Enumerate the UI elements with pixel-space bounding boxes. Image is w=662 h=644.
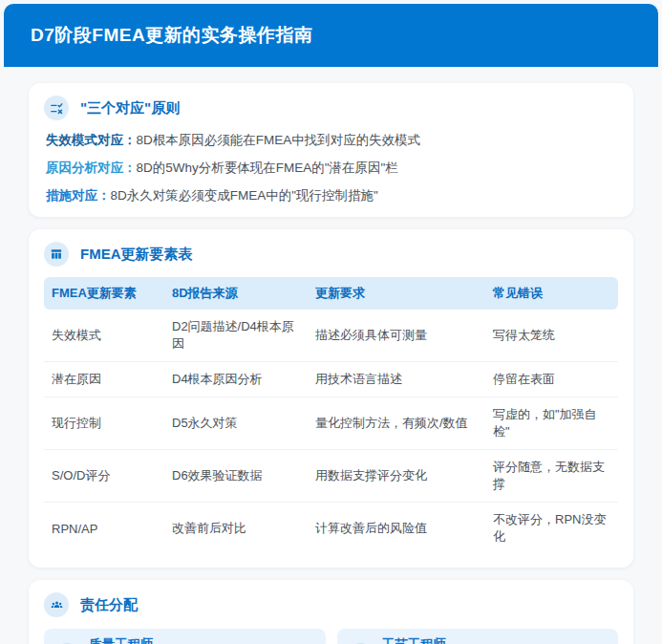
table-cell: 量化控制方法，有频次/数值	[308, 397, 485, 450]
principles-header: "三个对应"原则	[44, 96, 618, 120]
role-card-text: 工艺工程师 更新技术措施，确认可行性	[382, 636, 525, 644]
column-header: 更新要求	[308, 277, 485, 310]
role-card-text: 质量工程师 牵头，确保8D成果准确传递	[89, 636, 235, 644]
principle-label: 措施对应：	[46, 188, 111, 203]
role-card-process-engineer: 工艺工程师 更新技术措施，确认可行性	[337, 629, 619, 644]
responsibilities-title: 责任分配	[80, 596, 138, 614]
fmea-update-table: FMEA更新要素 8D报告来源 更新要求 常见错误 失效模式 D2问题描述/D4…	[44, 277, 618, 554]
people-group-icon	[44, 592, 69, 617]
responsibilities-header: 责任分配	[44, 592, 618, 617]
table-row: 失效模式 D2问题描述/D4根本原因 描述必须具体可测量 写得太笼统	[44, 310, 618, 362]
table-cell: 潜在原因	[44, 362, 164, 397]
column-header: 8D报告来源	[164, 277, 308, 310]
page-title: D7阶段FMEA更新的实务操作指南	[31, 23, 313, 48]
main-content: "三个对应"原则 失效模式对应：8D根本原因必须能在FMEA中找到对应的失效模式…	[0, 67, 662, 644]
table-row: S/O/D评分 D6效果验证数据 用数据支撑评分变化 评分随意，无数据支撑	[44, 450, 618, 503]
table-cell: 写得太笼统	[485, 310, 618, 362]
table-row: 潜在原因 D4根本原因分析 用技术语言描述 停留在表面	[44, 362, 618, 397]
table-cell: D5永久对策	[164, 397, 308, 450]
table-cell: 评分随意，无数据支撑	[485, 450, 618, 503]
principle-text: 8D的5Why分析要体现在FMEA的"潜在原因"栏	[137, 161, 398, 175]
table-cell: 用数据支撑评分变化	[308, 450, 485, 503]
role-title: 质量工程师	[89, 636, 235, 644]
column-header: 常见错误	[485, 277, 618, 310]
principle-measures: 措施对应：8D永久对策必须变成FMEA中的"现行控制措施"	[46, 188, 618, 204]
table-cell: RPN/AP	[44, 503, 164, 555]
table-cell: D2问题描述/D4根本原因	[164, 310, 308, 362]
principles-card: "三个对应"原则 失效模式对应：8D根本原因必须能在FMEA中找到对应的失效模式…	[29, 83, 633, 217]
table-cell: 不改评分，RPN没变化	[485, 503, 618, 555]
table-cell: 写虚的，如"加强自检"	[485, 397, 618, 450]
table-cell: 失效模式	[44, 310, 164, 362]
table-columns-icon	[44, 242, 69, 267]
column-header: FMEA更新要素	[44, 277, 164, 310]
table-cell: 停留在表面	[485, 362, 618, 397]
role-grid: 质量工程师 牵头，确保8D成果准确传递	[44, 629, 618, 644]
fmea-table-title: FMEA更新要素表	[80, 246, 193, 264]
principle-label: 失效模式对应：	[46, 133, 137, 147]
table-cell: 描述必须具体可测量	[308, 310, 485, 362]
table-row: RPN/AP 改善前后对比 计算改善后的风险值 不改评分，RPN没变化	[44, 503, 618, 555]
table-cell: 改善前后对比	[164, 503, 308, 555]
fmea-table-card: FMEA更新要素表 FMEA更新要素 8D报告来源 更新要求 常见错误 失效模式…	[29, 229, 633, 568]
principle-failure-mode: 失效模式对应：8D根本原因必须能在FMEA中找到对应的失效模式	[46, 133, 618, 148]
table-cell: D4根本原因分析	[164, 362, 308, 397]
table-header-row: FMEA更新要素 8D报告来源 更新要求 常见错误	[44, 277, 618, 310]
page: D7阶段FMEA更新的实务操作指南 "三个对应"原则 失效模式对应：8D根本原因…	[0, 4, 662, 644]
table-cell: 现行控制	[44, 397, 164, 450]
table-row: 现行控制 D5永久对策 量化控制方法，有频次/数值 写虚的，如"加强自检"	[44, 397, 618, 450]
table-cell: 用技术语言描述	[308, 362, 485, 397]
principle-label: 原因分析对应：	[46, 161, 137, 175]
table-cell: 计算改善后的风险值	[308, 503, 485, 555]
rule-check-icon	[44, 96, 69, 120]
page-header: D7阶段FMEA更新的实务操作指南	[4, 4, 658, 67]
role-card-quality-engineer: 质量工程师 牵头，确保8D成果准确传递	[44, 629, 326, 644]
table-cell: S/O/D评分	[44, 450, 164, 503]
principles-title: "三个对应"原则	[80, 99, 180, 118]
principle-text: 8D永久对策必须变成FMEA中的"现行控制措施"	[111, 188, 378, 203]
principle-cause-analysis: 原因分析对应：8D的5Why分析要体现在FMEA的"潜在原因"栏	[46, 161, 618, 176]
responsibilities-card: 责任分配 质量工程师 牵头，确保8D成果准确传递	[29, 580, 633, 644]
table-cell: D6效果验证数据	[164, 450, 308, 503]
principle-text: 8D根本原因必须能在FMEA中找到对应的失效模式	[137, 133, 421, 147]
role-title: 工艺工程师	[382, 636, 525, 644]
fmea-table-header: FMEA更新要素表	[44, 242, 618, 267]
